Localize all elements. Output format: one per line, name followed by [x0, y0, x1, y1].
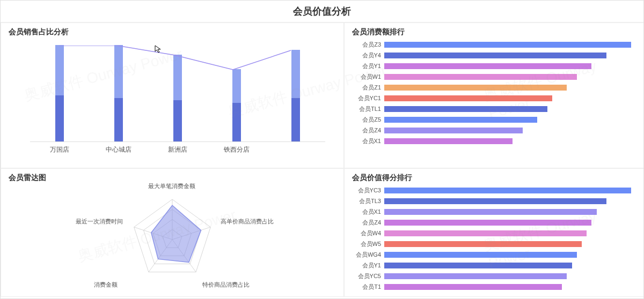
hbar-row: 会员YC5 [352, 272, 631, 281]
hbar-row: 会员TL3 [352, 197, 631, 206]
hbar-row: 会员Z3 [352, 40, 631, 49]
hbar-label: 会员YC3 [352, 186, 384, 195]
hbar-fill [384, 128, 523, 133]
panel-sales-ratio: 会员销售占比分析 万国店中心城店新洲店铁西分店 [1, 23, 344, 168]
panel-spend-rank: 会员消费额排行 会员Z3会员Y4会员Y1会员W1会员Z1会员YC1会员TL1会员… [344, 23, 644, 168]
hbar-label: 会员X1 [352, 137, 384, 145]
column-chart: 万国店中心城店新洲店铁西分店 [9, 40, 336, 153]
hbar-row: 会员YC1 [352, 94, 631, 103]
hbar-row: 会员Y4 [352, 51, 631, 60]
hbar-fill [384, 53, 606, 58]
radar-axis-label: 高单价商品消费占比 [221, 218, 274, 226]
dashboard-grid: 会员销售占比分析 万国店中心城店新洲店铁西分店 会员消费额排行 会员Z3会员Y4… [1, 23, 643, 299]
hbar-label: 会员Y1 [352, 62, 384, 70]
hbar-fill [384, 117, 537, 123]
column-label [269, 145, 323, 154]
hbar-row: 会员T1 [352, 282, 631, 291]
hbar-row: 会员Z4 [352, 218, 631, 227]
hbar-label: 会员Z4 [352, 219, 384, 227]
hbar-fill [384, 284, 562, 290]
hbar-row: 会员YC3 [352, 186, 631, 195]
radar-axis-label: 特价商品消费占比 [202, 281, 250, 289]
hbar-fill [384, 230, 587, 236]
page-title: 会员价值分析 [1, 1, 643, 23]
hbar-fill [384, 188, 631, 193]
hbar-fill [384, 209, 597, 215]
hbar-fill [384, 106, 547, 112]
hbar-fill [384, 63, 591, 69]
hbar-chart-spend: 会员Z3会员Y4会员Y1会员W1会员Z1会员YC1会员TL1会员Z5会员Z4会员… [352, 40, 636, 146]
hbar-label: 会员Y4 [352, 51, 384, 59]
cursor-icon [154, 44, 163, 55]
hbar-row: 会员X1 [352, 137, 631, 146]
hbar-row: 会员Z4 [352, 126, 631, 135]
column-label: 万国店 [33, 145, 86, 154]
hbar-row: 会员X1 [352, 207, 631, 216]
column-bar [269, 50, 323, 141]
radar-axis-label: 消费金额 [94, 281, 118, 289]
hbar-row: 会员W4 [352, 229, 631, 238]
hbar-label: 会员W4 [352, 229, 384, 237]
hbar-fill [384, 252, 577, 258]
hbar-chart-value: 会员YC3会员TL3会员X1会员Z4会员W4会员W5会员WG4会员Y1会员YC5… [352, 186, 636, 291]
hbar-label: 会员WG4 [352, 251, 384, 259]
hbar-row: 会员TL1 [352, 104, 631, 114]
hbar-fill [384, 138, 513, 144]
radar-axis-label: 最大单笔消费金额 [148, 182, 195, 190]
hbar-label: 会员X1 [352, 208, 384, 216]
panel-title-radar: 会员雷达图 [9, 173, 336, 183]
hbar-label: 会员YC5 [352, 272, 384, 280]
hbar-fill [384, 273, 567, 279]
column-label: 铁西分店 [210, 145, 264, 154]
hbar-row: 会员Z5 [352, 115, 631, 124]
hbar-fill [384, 85, 567, 91]
panel-title-sales-ratio: 会员销售占比分析 [9, 27, 336, 37]
panel-title-value-rank: 会员价值得分排行 [352, 173, 636, 183]
hbar-label: 会员Z5 [352, 116, 384, 124]
hbar-fill [384, 95, 552, 101]
hbar-fill [384, 263, 572, 268]
hbar-label: 会员W5 [352, 240, 384, 248]
hbar-row: 会员WG4 [352, 250, 631, 259]
hbar-label: 会员Z1 [352, 84, 384, 92]
hbar-label: 会员Y1 [352, 261, 384, 270]
hbar-fill [384, 198, 606, 204]
hbar-label: 会员YC1 [352, 94, 384, 102]
hbar-fill [384, 74, 577, 80]
column-bar [151, 55, 204, 141]
hbar-fill [384, 241, 582, 247]
panel-value-rank: 会员价值得分排行 会员YC3会员TL3会员X1会员Z4会员W4会员W5会员WG4… [344, 168, 644, 297]
panel-title-spend-rank: 会员消费额排行 [352, 27, 636, 37]
hbar-row: 会员W5 [352, 240, 631, 249]
column-label: 中心城店 [92, 145, 145, 154]
hbar-label: 会员TL3 [352, 197, 384, 205]
hbar-row: 会员W1 [352, 72, 631, 81]
column-bar [33, 45, 86, 141]
hbar-label: 会员TL1 [352, 105, 384, 113]
column-bar [92, 45, 145, 141]
radar-axis-label: 最近一次消费时间 [76, 218, 123, 226]
hbar-label: 会员Z4 [352, 126, 384, 134]
hbar-row: 会员Y1 [352, 62, 631, 71]
hbar-label: 会员W1 [352, 73, 384, 81]
column-label: 新洲店 [151, 145, 204, 154]
panel-radar: 会员雷达图 最大单笔消费金额高单价商品消费占比特价商品消费占比消费金额最近一次消… [1, 168, 344, 297]
hbar-row: 会员Y1 [352, 261, 631, 270]
hbar-row: 会员Z1 [352, 83, 631, 92]
hbar-fill [384, 42, 631, 48]
column-bar [210, 69, 264, 141]
hbar-label: 会员Z3 [352, 41, 384, 49]
hbar-fill [384, 220, 591, 226]
radar-chart: 最大单笔消费金额高单价商品消费占比特价商品消费占比消费金额最近一次消费时间 [81, 186, 264, 293]
hbar-label: 会员T1 [352, 283, 384, 291]
